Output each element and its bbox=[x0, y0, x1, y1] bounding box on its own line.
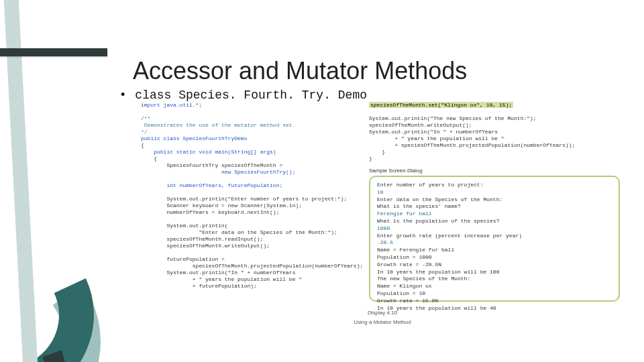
code-col-right: speciesOfTheMonth.set("Klingon ox", 10, … bbox=[369, 102, 624, 162]
page-title: Accessor and Mutator Methods bbox=[133, 57, 467, 85]
sample-dialog-label: Sample Screen Dialog bbox=[369, 168, 423, 174]
slide: Accessor and Mutator Methods • class Spe… bbox=[0, 0, 644, 362]
highlighted-line: speciesOfTheMonth.set("Klingon ox", 10, … bbox=[369, 102, 513, 108]
caption-display: Display 4.10 bbox=[141, 310, 624, 316]
code-col-left: import java.util.*; /** Demonstrates the… bbox=[141, 102, 362, 290]
bullet-icon: • bbox=[121, 88, 125, 101]
decorative-bar bbox=[0, 48, 107, 56]
caption-title: Using a Mutator Method bbox=[141, 319, 624, 326]
sample-dialog-box: Enter number of years to project: 10 Ent… bbox=[369, 176, 620, 302]
code-listing: import java.util.*; /** Demonstrates the… bbox=[141, 102, 624, 357]
bullet-code: class Species. Fourth. Try. Demo bbox=[135, 88, 367, 102]
bullet-line: • class Species. Fourth. Try. Demo bbox=[121, 88, 367, 102]
